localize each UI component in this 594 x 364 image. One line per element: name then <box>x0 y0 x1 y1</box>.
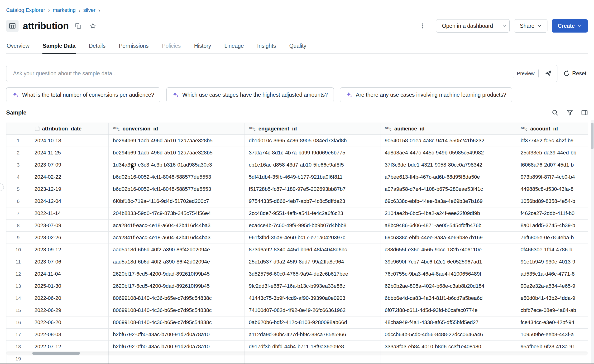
table-cell: 90e2e32a-a534-4e65-9 <box>516 280 588 292</box>
vertical-scrollbar[interactable] <box>591 120 594 364</box>
table-cell: 2022-06-20 <box>30 317 108 329</box>
row-number: 4 <box>7 171 30 183</box>
table-cell: 80699108-8140-4c36-b65e-c7d95c54838c <box>108 304 244 317</box>
ask-question-input[interactable] <box>13 70 513 77</box>
table-cell: 0f46630e-1fd4-4786-b <box>516 244 588 256</box>
breadcrumb-link-catalog-explorer[interactable]: Catalog Explorer <box>6 7 45 13</box>
string-type-icon: ABc <box>385 126 392 131</box>
vertical-scrollbar-thumb[interactable] <box>591 123 594 149</box>
table-cell: b2bf6792-0fb0-43ac-b700-91d2d0a78a10 <box>108 329 244 341</box>
tab-sample-data[interactable]: Sample Data <box>42 40 76 54</box>
row-number: 2 <box>7 147 30 159</box>
open-in-dashboard-split-button: Open in a dashboard <box>436 19 510 33</box>
table-cell: e50d0b41-43b2-4dda-9 <box>516 292 588 304</box>
filter-icon[interactable] <box>567 109 573 116</box>
column-header-attribution_date[interactable]: attribution_date <box>30 123 108 135</box>
table-cell: eca4ce4b-7c60-49f9-995d-bb9b07d4bbb8 <box>244 220 380 232</box>
sparkle-icon <box>346 91 353 98</box>
table-cell: 2620bf17-6cd5-4200-9dad-892610f99b45 <box>108 268 244 280</box>
table-cell: 2024-12-04 <box>30 195 108 207</box>
table-cell: 4d8d8ae4-447c-445c-949b-05985c549982 <box>380 147 516 159</box>
tab-policies: Policies <box>162 40 181 54</box>
column-header-conversion_id[interactable]: ABcconversion_id <box>108 123 244 135</box>
table-cell: 2022-08-03 <box>30 329 108 341</box>
sparkle-icon <box>12 91 19 98</box>
reset-button[interactable]: Reset <box>564 70 588 77</box>
suggestion-chip[interactable]: What is the total number of conversions … <box>6 88 160 102</box>
refresh-icon <box>564 70 570 76</box>
share-button[interactable]: Share <box>514 19 547 33</box>
column-header-audience_id[interactable]: ABcaudience_id <box>380 123 516 135</box>
table-row: 72022-11-14204b8833-59d0-47c9-873b-345c7… <box>7 207 588 220</box>
table-cell: 69c6338c-ebfb-44ee-8a3a-4e69b3e7b169 <box>380 195 516 207</box>
side-panel-icon[interactable] <box>581 109 588 116</box>
table-cell: 62b0b2ae-808a-4024-b68e-c3ab8b20d184 <box>380 280 516 292</box>
table-row: 162022-06-2080699108-8140-4c36-b65e-c7d9… <box>7 317 588 329</box>
table-cell: cbfb7ece-08e9-4a84-ab <box>516 304 588 317</box>
column-header-engagement_id[interactable]: ABcengagement_id <box>244 123 380 135</box>
table-cell: 91e1b949-930e-4013-9 <box>516 256 588 268</box>
tab-insights[interactable]: Insights <box>256 40 276 54</box>
table-cell: 0ab620b6-bdf2-412c-8103-9280098ab66d <box>244 317 380 329</box>
table-cell: a07a9a58-d7e4-4108-b675-280eae53f41c <box>380 183 516 195</box>
table-cell: 0dccb64b-5cdc-4d56-8488-22dcc0646a46 <box>380 329 516 341</box>
row-number: 7 <box>7 207 30 220</box>
table-cell: aca2841f-eacc-4e18-a604-42b416d44ba3 <box>108 220 244 232</box>
table-cell: 2023-09-12 <box>30 244 108 256</box>
table-cell: 6f072f88-c611-4d5d-93fd-b0cafac0774e <box>380 304 516 317</box>
ask-row: Preview Reset <box>6 65 588 82</box>
suggestion-chip[interactable]: Which use case stages have the highest a… <box>166 88 334 102</box>
send-icon[interactable] <box>545 70 552 77</box>
table-cell: db1d010c-3665-4c86-8905-034ed73fad8b <box>244 135 380 147</box>
table-cell: 1056bd89-8358-4e54-b <box>516 195 588 207</box>
table-cell: 74100d07-082d-4f92-8e49-26fc66361962 <box>244 304 380 317</box>
table-row: 32023-07-091d34a399-e3c3-4c3b-b316-01ad9… <box>7 159 588 171</box>
open-in-dashboard-caret-button[interactable] <box>499 19 510 33</box>
table-cell: 76c0755c-9ba3-46a4-8ae4-f4100656489f <box>380 268 516 280</box>
tab-details[interactable]: Details <box>88 40 106 54</box>
breadcrumb-link-marketing[interactable]: marketing <box>53 7 76 13</box>
column-header-account_id[interactable]: ABcaccount_id <box>516 123 588 135</box>
table-cell: 95afbe5b-6f23-413a-91 <box>516 341 588 353</box>
string-type-icon: ABc <box>249 126 256 131</box>
breadcrumb-link-silver[interactable]: silver <box>83 7 95 13</box>
table-cell: f51728b5-fc87-4189-97e5-202693bb87b7 <box>244 183 380 195</box>
string-type-icon: ABc <box>113 126 120 131</box>
table-cell: b6d02b16-0052-4cf1-8048-588577de5553 <box>108 171 244 183</box>
table-row: 172022-08-03b2bf6792-0fb0-43ac-b700-91d2… <box>7 329 588 341</box>
preview-button[interactable]: Preview <box>513 69 539 78</box>
table-cell: bf377452-f05c-4b2f-b9 <box>516 135 588 147</box>
chevron-down-icon <box>578 24 582 28</box>
sample-data-table: attribution_dateABcconversion_idABcengag… <box>6 123 588 364</box>
horizontal-scrollbar[interactable] <box>6 351 588 356</box>
table-row: 102023-09-12aad5a18d-6b6d-40f2-a390-86f4… <box>7 244 588 256</box>
table-cell: be294b69-1acb-496d-a510-12a7aae328b5 <box>108 135 244 147</box>
copy-name-icon[interactable] <box>73 21 83 31</box>
create-button[interactable]: Create <box>552 19 588 33</box>
tab-quality[interactable]: Quality <box>289 40 307 54</box>
horizontal-scrollbar-thumb[interactable] <box>32 352 80 355</box>
search-icon[interactable] <box>552 109 558 116</box>
open-in-dashboard-button[interactable]: Open in a dashboard <box>436 19 499 33</box>
table-cell: f462ce27-2ddb-411f-b0 <box>516 207 588 220</box>
table-cell: ad535c1a-d46c-4771-8 <box>516 268 588 280</box>
sample-toolbar <box>552 109 588 116</box>
tab-permissions[interactable]: Permissions <box>118 40 149 54</box>
suggestion-chip[interactable]: Are there any use cases involving machin… <box>340 88 512 102</box>
table-cell: 973b899f-87f7-4cb0-b4 <box>516 171 588 183</box>
tab-overview[interactable]: Overview <box>6 40 30 54</box>
breadcrumb: Catalog Explorer › marketing › silver › <box>6 7 588 14</box>
row-number: 17 <box>7 329 30 341</box>
table-cell: 6f0bf18c-719a-4116-9d4d-51702ed200c7 <box>108 195 244 207</box>
table-cell: cb1e16ac-d858-43d7-ab10-5fe66e9af8f5 <box>244 159 380 171</box>
table-cell: 37f3c3de-bde1-4321-9058-80cc0a798342 <box>380 159 516 171</box>
calendar-icon <box>34 126 40 131</box>
table-row: 132025-01-302620bf17-6cd5-4200-9dad-8926… <box>7 280 588 292</box>
table-cell: 2022-06-20 <box>30 292 108 304</box>
tab-lineage[interactable]: Lineage <box>224 40 244 54</box>
tab-history[interactable]: History <box>194 40 212 54</box>
favorite-star-icon[interactable] <box>88 21 98 31</box>
kebab-menu-icon[interactable] <box>418 21 428 31</box>
table-cell: 2620bf17-6cd5-4200-9dad-892610f99b45 <box>108 280 244 292</box>
table-cell: 449885c8-d530-43fa-8 <box>516 183 588 195</box>
